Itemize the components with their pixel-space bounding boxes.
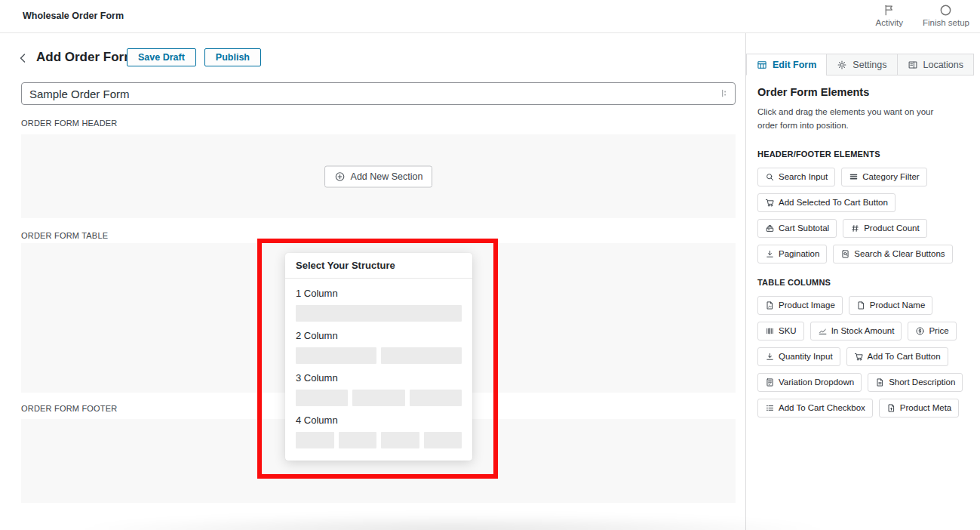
structure-option-preview[interactable] [296,390,462,406]
element-label: Price [929,326,948,335]
file-icon [856,300,866,310]
element-add-to-cart-button[interactable]: Add To Cart Button [846,347,948,366]
structure-option-3-column: 3 Column [296,372,462,406]
structure-option-preview[interactable] [296,432,462,448]
element-row: PaginationSearch & Clear Buttons [757,245,963,263]
topbar-action-finish-setup[interactable]: Finish setup [923,4,969,27]
element-row: Product ImageProduct Name [757,296,963,315]
element-product-meta[interactable]: Product Meta [879,399,959,418]
flag-icon [883,4,896,17]
element-category-filter[interactable]: Category Filter [841,168,926,186]
element-label: Search Input [779,172,828,181]
column-preview-bar [352,390,404,406]
sidebar-heading: Order Form Elements [757,86,963,98]
element-rows: Search InputCategory FilterAdd Selected … [757,168,963,263]
order-form-table-label: ORDER FORM TABLE [21,231,108,240]
structure-option-preview[interactable] [296,347,462,364]
element-product-name[interactable]: Product Name [849,296,933,315]
element-label: Pagination [779,249,819,258]
column-preview-bar [296,432,334,448]
column-preview-bar [339,432,377,448]
layout-icon [908,60,918,70]
element-label: Variation Dropdown [779,377,854,387]
element-search-input[interactable]: Search Input [757,168,835,186]
element-row: SKUIn Stock AmountPrice [757,322,963,340]
register-icon [765,223,775,233]
element-add-to-cart-checkbox[interactable]: Add To Cart Checkbox [757,399,873,418]
element-pagination[interactable]: Pagination [757,245,827,263]
group-label: TABLE COLUMNS [757,278,963,287]
element-label: Add Selected To Cart Button [779,198,888,207]
element-label: Product Meta [900,403,951,412]
search-icon [765,172,775,182]
file-arrow-icon [886,403,896,413]
wholesale-order-form-app: Wholesale Order Form ActivityFinish setu… [0,0,980,530]
save-draft-button[interactable]: Save Draft [127,48,196,66]
element-groups: HEADER/FOOTER ELEMENTSSearch InputCatego… [757,149,963,418]
column-preview-bar [296,390,348,406]
tab-settings[interactable]: Settings [826,54,897,75]
form-name-input[interactable] [21,82,736,105]
topbar: Wholesale Order Form ActivityFinish setu… [0,0,980,33]
element-short-description[interactable]: Short Description [868,373,963,392]
element-row: Cart SubtotalProduct Count [757,219,963,238]
list-icon [765,403,775,413]
order-form-footer-label: ORDER FORM FOOTER [21,404,117,413]
element-search-clear-buttons[interactable]: Search & Clear Buttons [833,245,952,263]
structure-option-preview[interactable] [296,305,462,322]
publish-button[interactable]: Publish [204,48,261,66]
order-form-header-panel[interactable]: Add New Section [21,134,736,218]
element-row: Add To Cart CheckboxProduct Meta [757,399,963,418]
input-edit-icon [718,88,730,99]
tab-label: Settings [853,60,886,70]
element-price[interactable]: Price [908,322,956,340]
sidebar-description: Click and drag the elements you want on … [757,106,955,133]
element-quantity-input[interactable]: Quantity Input [757,347,840,366]
topbar-action-activity[interactable]: Activity [876,4,903,27]
column-preview-bar [381,432,419,448]
element-label: In Stock Amount [831,326,895,335]
structure-option-label: 3 Column [296,372,462,384]
popup-title: Select Your Structure [285,253,472,279]
topbar-actions: ActivityFinish setup [876,4,969,27]
structure-options: 1 Column2 Column3 Column4 Column [285,279,472,461]
column-preview-bar [410,390,462,406]
add-new-section-label: Add New Section [351,171,423,182]
bottom-shadow [68,515,837,530]
element-label: Add To Cart Button [868,352,941,361]
element-in-stock-amount[interactable]: In Stock Amount [810,322,902,340]
structure-option-label: 1 Column [296,288,462,299]
element-product-count[interactable]: Product Count [843,219,927,238]
doc-check-icon [765,377,775,387]
cart-icon [854,352,864,362]
structure-option-1-column: 1 Column [296,288,462,322]
element-cart-subtotal[interactable]: Cart Subtotal [757,219,837,238]
column-preview-bar [296,347,376,364]
order-form-header-label: ORDER FORM HEADER [21,119,117,128]
element-label: Category Filter [862,172,919,181]
element-add-selected-to-cart-button[interactable]: Add Selected To Cart Button [757,193,896,212]
tab-edit-form[interactable]: Edit Form [746,54,827,75]
doc-search-icon [840,249,850,259]
tab-locations[interactable]: Locations [897,54,975,75]
form-name-field-wrap [21,82,736,105]
app-title: Wholesale Order Form [23,11,124,21]
column-preview-bar [296,305,462,322]
topbar-action-label: Finish setup [923,18,969,27]
structure-option-label: 4 Column [296,414,462,426]
sidebar-content: Order Form Elements Click and drag the e… [757,86,963,432]
add-new-section-button-header[interactable]: Add New Section [324,165,433,187]
chart-icon [818,326,828,336]
hash-icon [850,223,860,233]
tab-label: Edit Form [773,60,816,70]
element-variation-dropdown[interactable]: Variation Dropdown [757,373,862,392]
structure-option-label: 2 Column [296,330,462,341]
column-preview-bar [381,347,462,364]
topbar-action-label: Activity [876,18,903,27]
barcode-icon [765,326,775,336]
structure-option-4-column: 4 Column [296,414,462,448]
element-sku[interactable]: SKU [757,322,804,340]
element-row: Add Selected To Cart Button [757,193,963,212]
element-product-image[interactable]: Product Image [757,296,843,315]
back-button[interactable] [17,50,32,65]
